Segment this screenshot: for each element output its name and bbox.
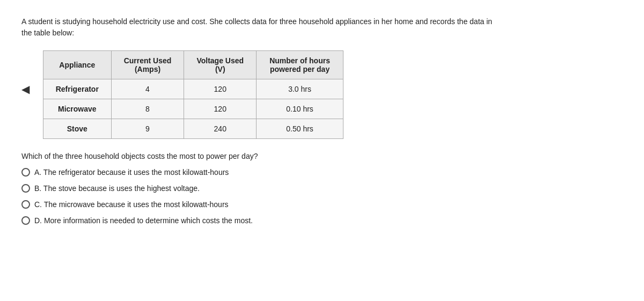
cell-appliance: Refrigerator xyxy=(43,79,112,99)
cursor-placeholder: ◀ xyxy=(21,50,38,96)
options-container: A. The refrigerator because it uses the … xyxy=(21,168,623,225)
option-row-c[interactable]: C. The microwave because it uses the mos… xyxy=(21,200,623,209)
option-row-b[interactable]: B. The stove because is uses the highest… xyxy=(21,184,623,193)
table-row: Microwave81200.10 hrs xyxy=(43,99,343,119)
cell-voltage: 120 xyxy=(184,99,257,119)
intro-text: A student is studying household electric… xyxy=(21,16,504,39)
question-text: Which of the three household objects cos… xyxy=(21,152,623,160)
cell-hours: 0.10 hrs xyxy=(257,99,343,119)
col-header-voltage: Voltage Used(V) xyxy=(184,51,257,79)
page-container: A student is studying household electric… xyxy=(0,0,644,301)
radio-c[interactable] xyxy=(21,200,30,209)
option-text-a: A. The refrigerator because it uses the … xyxy=(34,168,229,177)
option-text-b: B. The stove because is uses the highest… xyxy=(34,184,200,193)
cell-hours: 3.0 hrs xyxy=(257,79,343,99)
content-area: ◀ Appliance Current Used(Amps) Voltage U… xyxy=(21,50,623,139)
cell-appliance: Stove xyxy=(43,119,112,139)
radio-d[interactable] xyxy=(21,216,30,225)
cell-voltage: 120 xyxy=(184,79,257,99)
col-header-hours: Number of hourspowered per day xyxy=(257,51,343,79)
data-table: Appliance Current Used(Amps) Voltage Use… xyxy=(43,50,343,139)
cell-current: 8 xyxy=(111,99,184,119)
option-text-c: C. The microwave because it uses the mos… xyxy=(34,200,229,209)
cell-current: 4 xyxy=(111,79,184,99)
table-row: Refrigerator41203.0 hrs xyxy=(43,79,343,99)
option-text-d: D. More information is needed to determi… xyxy=(34,216,253,225)
radio-b[interactable] xyxy=(21,184,30,193)
option-row-d[interactable]: D. More information is needed to determi… xyxy=(21,216,623,225)
cell-appliance: Microwave xyxy=(43,99,112,119)
col-header-current: Current Used(Amps) xyxy=(111,51,184,79)
table-row: Stove92400.50 hrs xyxy=(43,119,343,139)
questions-section: Which of the three household objects cos… xyxy=(21,152,623,225)
radio-a[interactable] xyxy=(21,168,30,177)
cell-voltage: 240 xyxy=(184,119,257,139)
cell-hours: 0.50 hrs xyxy=(257,119,343,139)
cell-current: 9 xyxy=(111,119,184,139)
col-header-appliance: Appliance xyxy=(43,51,112,79)
option-row-a[interactable]: A. The refrigerator because it uses the … xyxy=(21,168,623,177)
cursor-icon: ◀ xyxy=(21,83,30,95)
